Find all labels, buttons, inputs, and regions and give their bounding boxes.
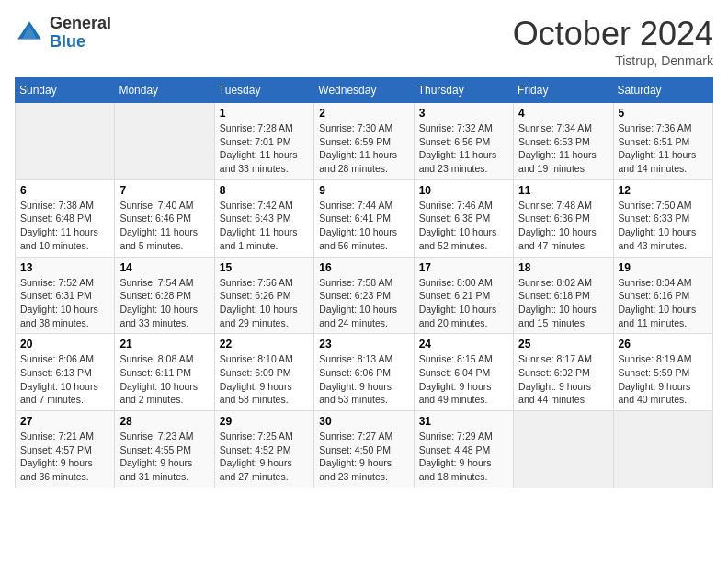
month-title: October 2024 xyxy=(513,15,713,53)
day-info: Sunrise: 8:00 AMSunset: 6:21 PMDaylight:… xyxy=(419,276,508,330)
day-number: 27 xyxy=(20,415,109,428)
calendar-table: SundayMondayTuesdayWednesdayThursdayFrid… xyxy=(15,77,713,488)
calendar-cell: 9Sunrise: 7:44 AMSunset: 6:41 PMDaylight… xyxy=(314,179,414,257)
day-info: Sunrise: 7:21 AMSunset: 4:57 PMDaylight:… xyxy=(20,430,109,484)
day-number: 25 xyxy=(518,338,608,350)
day-info: Sunrise: 8:13 AMSunset: 6:06 PMDaylight:… xyxy=(319,352,408,407)
day-number: 5 xyxy=(619,107,708,120)
calendar-cell: 20Sunrise: 8:06 AMSunset: 6:13 PMDayligh… xyxy=(16,334,115,411)
day-info: Sunrise: 7:40 AMSunset: 6:46 PMDaylight:… xyxy=(119,199,209,253)
day-info: Sunrise: 8:15 AMSunset: 6:04 PMDaylight:… xyxy=(419,352,508,407)
day-info: Sunrise: 8:08 AMSunset: 6:11 PMDaylight:… xyxy=(119,352,209,407)
calendar-cell: 11Sunrise: 7:48 AMSunset: 6:36 PMDayligh… xyxy=(514,179,613,257)
calendar-cell xyxy=(613,411,712,488)
calendar-cell: 26Sunrise: 8:19 AMSunset: 5:59 PMDayligh… xyxy=(613,334,712,411)
day-number: 23 xyxy=(319,338,408,350)
calendar-cell xyxy=(115,103,214,180)
calendar-cell: 25Sunrise: 8:17 AMSunset: 6:02 PMDayligh… xyxy=(514,334,613,411)
day-info: Sunrise: 7:28 AMSunset: 7:01 PMDaylight:… xyxy=(220,121,309,176)
day-info: Sunrise: 7:46 AMSunset: 6:38 PMDaylight:… xyxy=(419,199,508,253)
day-info: Sunrise: 7:38 AMSunset: 6:48 PMDaylight:… xyxy=(20,199,109,253)
day-info: Sunrise: 7:42 AMSunset: 6:43 PMDaylight:… xyxy=(220,199,309,253)
calendar-cell: 27Sunrise: 7:21 AMSunset: 4:57 PMDayligh… xyxy=(16,411,115,488)
day-number: 11 xyxy=(518,184,608,197)
day-info: Sunrise: 7:34 AMSunset: 6:53 PMDaylight:… xyxy=(518,121,608,176)
day-info: Sunrise: 7:50 AMSunset: 6:33 PMDaylight:… xyxy=(619,199,708,253)
day-info: Sunrise: 7:54 AMSunset: 6:28 PMDaylight:… xyxy=(119,276,209,330)
calendar-cell: 6Sunrise: 7:38 AMSunset: 6:48 PMDaylight… xyxy=(16,179,115,257)
day-info: Sunrise: 8:06 AMSunset: 6:13 PMDaylight:… xyxy=(20,352,109,407)
calendar-cell: 1Sunrise: 7:28 AMSunset: 7:01 PMDaylight… xyxy=(214,103,313,180)
calendar-cell: 3Sunrise: 7:32 AMSunset: 6:56 PMDaylight… xyxy=(414,103,513,180)
day-info: Sunrise: 7:44 AMSunset: 6:41 PMDaylight:… xyxy=(319,199,408,253)
day-number: 26 xyxy=(619,338,708,350)
calendar-cell: 5Sunrise: 7:36 AMSunset: 6:51 PMDaylight… xyxy=(613,103,712,180)
calendar-cell: 7Sunrise: 7:40 AMSunset: 6:46 PMDaylight… xyxy=(115,179,214,257)
day-info: Sunrise: 7:29 AMSunset: 4:48 PMDaylight:… xyxy=(419,430,508,484)
logo: General Blue xyxy=(15,15,111,52)
calendar-cell: 2Sunrise: 7:30 AMSunset: 6:59 PMDaylight… xyxy=(314,103,414,180)
day-number: 30 xyxy=(319,415,408,428)
weekday-header: Friday xyxy=(514,78,613,103)
day-info: Sunrise: 7:48 AMSunset: 6:36 PMDaylight:… xyxy=(518,199,608,253)
page-header: General Blue October 2024 Tistrup, Denma… xyxy=(15,15,713,68)
weekday-row: SundayMondayTuesdayWednesdayThursdayFrid… xyxy=(16,78,713,103)
day-number: 22 xyxy=(220,338,309,350)
calendar-cell xyxy=(16,103,115,180)
day-number: 17 xyxy=(419,261,508,274)
day-number: 29 xyxy=(220,415,309,428)
calendar-cell: 21Sunrise: 8:08 AMSunset: 6:11 PMDayligh… xyxy=(115,334,214,411)
day-info: Sunrise: 7:58 AMSunset: 6:23 PMDaylight:… xyxy=(319,276,408,330)
day-number: 10 xyxy=(419,184,508,197)
calendar-cell: 30Sunrise: 7:27 AMSunset: 4:50 PMDayligh… xyxy=(314,411,414,488)
weekday-header: Sunday xyxy=(16,78,115,103)
day-info: Sunrise: 7:52 AMSunset: 6:31 PMDaylight:… xyxy=(20,276,109,330)
calendar-cell: 19Sunrise: 8:04 AMSunset: 6:16 PMDayligh… xyxy=(613,257,712,334)
day-number: 24 xyxy=(419,338,508,350)
day-number: 12 xyxy=(619,184,708,197)
calendar-week-row: 20Sunrise: 8:06 AMSunset: 6:13 PMDayligh… xyxy=(16,334,713,411)
day-number: 7 xyxy=(119,184,209,197)
day-number: 20 xyxy=(20,338,109,350)
day-info: Sunrise: 8:17 AMSunset: 6:02 PMDaylight:… xyxy=(518,352,608,407)
day-info: Sunrise: 8:04 AMSunset: 6:16 PMDaylight:… xyxy=(619,276,708,330)
day-number: 2 xyxy=(319,107,408,120)
day-info: Sunrise: 8:19 AMSunset: 5:59 PMDaylight:… xyxy=(619,352,708,407)
calendar-cell: 24Sunrise: 8:15 AMSunset: 6:04 PMDayligh… xyxy=(414,334,513,411)
day-info: Sunrise: 8:10 AMSunset: 6:09 PMDaylight:… xyxy=(220,352,309,407)
logo-icon xyxy=(15,18,44,48)
day-number: 15 xyxy=(220,261,309,274)
day-info: Sunrise: 7:36 AMSunset: 6:51 PMDaylight:… xyxy=(619,121,708,176)
calendar-cell: 13Sunrise: 7:52 AMSunset: 6:31 PMDayligh… xyxy=(16,257,115,334)
day-number: 18 xyxy=(518,261,608,274)
location: Tistrup, Denmark xyxy=(513,53,713,68)
day-number: 4 xyxy=(518,107,608,120)
weekday-header: Wednesday xyxy=(314,78,414,103)
logo-blue-text: Blue xyxy=(50,33,111,52)
calendar-body: 1Sunrise: 7:28 AMSunset: 7:01 PMDaylight… xyxy=(16,103,713,488)
logo-general-text: General xyxy=(50,15,111,33)
calendar-cell: 29Sunrise: 7:25 AMSunset: 4:52 PMDayligh… xyxy=(214,411,313,488)
calendar-cell: 17Sunrise: 8:00 AMSunset: 6:21 PMDayligh… xyxy=(414,257,513,334)
day-number: 3 xyxy=(419,107,508,120)
logo-text: General Blue xyxy=(50,15,111,52)
calendar-week-row: 27Sunrise: 7:21 AMSunset: 4:57 PMDayligh… xyxy=(16,411,713,488)
day-info: Sunrise: 7:25 AMSunset: 4:52 PMDaylight:… xyxy=(220,430,309,484)
calendar-cell: 16Sunrise: 7:58 AMSunset: 6:23 PMDayligh… xyxy=(314,257,414,334)
day-number: 1 xyxy=(220,107,309,120)
weekday-header: Monday xyxy=(115,78,214,103)
calendar-cell: 12Sunrise: 7:50 AMSunset: 6:33 PMDayligh… xyxy=(613,179,712,257)
weekday-header: Saturday xyxy=(613,78,712,103)
day-number: 8 xyxy=(220,184,309,197)
calendar-header: SundayMondayTuesdayWednesdayThursdayFrid… xyxy=(16,78,713,103)
day-info: Sunrise: 7:32 AMSunset: 6:56 PMDaylight:… xyxy=(419,121,508,176)
weekday-header: Tuesday xyxy=(214,78,313,103)
weekday-header: Thursday xyxy=(414,78,513,103)
calendar-cell xyxy=(514,411,613,488)
calendar-week-row: 6Sunrise: 7:38 AMSunset: 6:48 PMDaylight… xyxy=(16,179,713,257)
day-number: 31 xyxy=(419,415,508,428)
day-info: Sunrise: 7:27 AMSunset: 4:50 PMDaylight:… xyxy=(319,430,408,484)
calendar-week-row: 1Sunrise: 7:28 AMSunset: 7:01 PMDaylight… xyxy=(16,103,713,180)
calendar-cell: 18Sunrise: 8:02 AMSunset: 6:18 PMDayligh… xyxy=(514,257,613,334)
day-number: 28 xyxy=(119,415,209,428)
